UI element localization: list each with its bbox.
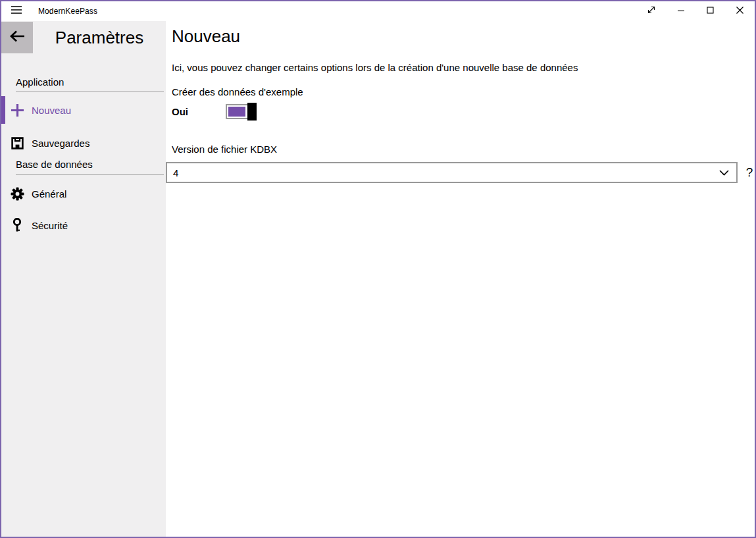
sidebar-item-label: Général: [32, 188, 66, 200]
section-header-application: Application: [16, 76, 164, 92]
kdbx-version-value: 4: [173, 167, 719, 178]
plus-icon: [9, 103, 25, 117]
fullscreen-icon: [646, 5, 657, 18]
sidebar-item-label: Nouveau: [32, 105, 71, 116]
key-icon: [9, 218, 25, 233]
close-button[interactable]: [725, 1, 755, 21]
sample-data-toggle[interactable]: [226, 104, 257, 119]
minimize-button[interactable]: [666, 1, 695, 21]
toggle-knob[interactable]: [247, 103, 257, 121]
window-title: ModernKeePass: [38, 7, 97, 16]
sidebar-item-securite[interactable]: Sécurité: [1, 211, 166, 239]
toggle-track-fill: [228, 107, 245, 117]
gear-icon: [9, 187, 25, 201]
chevron-down-icon: [719, 170, 729, 176]
selected-indicator: [1, 211, 5, 239]
pane-title: Paramètres: [33, 28, 166, 48]
sidebar-item-label: Sécurité: [32, 220, 68, 231]
selected-indicator: [1, 129, 5, 157]
sidebar-item-nouveau[interactable]: Nouveau: [1, 96, 166, 124]
section-header-base-de-donnees: Base de données: [16, 159, 164, 175]
app-window: ModernKeePass: [0, 0, 756, 538]
page-title: Nouveau: [172, 26, 240, 47]
back-button[interactable]: [1, 22, 33, 53]
settings-sidebar: Paramètres Application Nouveau Sauvegard…: [1, 21, 166, 537]
sidebar-item-sauvegardes[interactable]: Sauvegardes: [1, 129, 166, 157]
window-controls: [636, 1, 755, 21]
save-icon: [9, 137, 25, 149]
kdbx-version-label: Version de fichier KDBX: [172, 144, 277, 155]
hamburger-icon: [11, 5, 22, 17]
close-icon: [736, 5, 744, 17]
maximize-button[interactable]: [695, 1, 725, 21]
toggle-state-label: Oui: [172, 106, 188, 117]
fullscreen-button[interactable]: [636, 1, 666, 21]
kdbx-help-button[interactable]: ?: [743, 163, 756, 182]
selected-indicator: [1, 180, 5, 207]
page-description: Ici, vous pouvez changer certains option…: [172, 62, 578, 73]
hamburger-menu-button[interactable]: [1, 1, 32, 21]
sample-data-label: Créer des données d'exemple: [172, 86, 303, 97]
maximize-icon: [706, 5, 715, 17]
sidebar-item-general[interactable]: Général: [1, 180, 166, 207]
sidebar-item-label: Sauvegardes: [32, 138, 89, 149]
arrow-left-icon: [9, 29, 26, 46]
settings-page-nouveau: Nouveau Ici, vous pouvez changer certain…: [166, 21, 755, 537]
titlebar: ModernKeePass: [1, 1, 755, 21]
selected-indicator: [1, 96, 5, 124]
minimize-icon: [677, 5, 685, 17]
kdbx-version-combobox[interactable]: 4: [166, 162, 738, 183]
